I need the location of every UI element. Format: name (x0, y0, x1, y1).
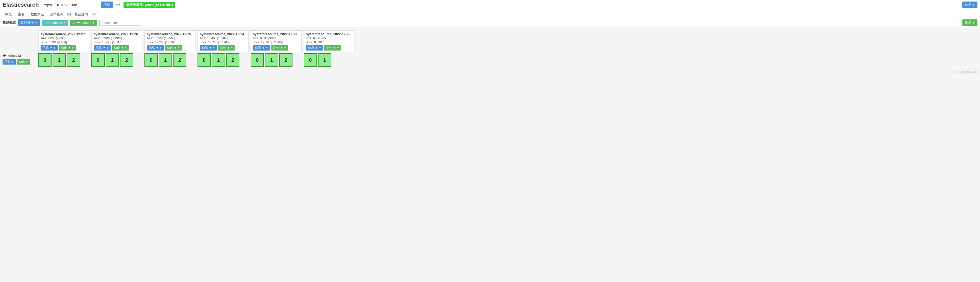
footer-text: CSDN@墨鱼浩浩风 (953, 70, 977, 73)
health-badge: 集群健康值: green (551 of 551) (124, 2, 176, 8)
node-column: ★ node233 信息 动作 (3, 30, 38, 65)
shard-row-2: 012 (145, 53, 196, 67)
index-columns: systemresource_2022-12-27size: 492ki (49… (38, 30, 356, 67)
shard-cell-3-0[interactable]: 0 (197, 53, 211, 67)
tab-index[interactable]: 索引 (15, 11, 27, 18)
index-size-5: size: 655ki (655... (306, 37, 352, 40)
index-info-btn-5[interactable]: 信息 ▼ (306, 45, 323, 51)
node-info: ★ node233 信息 动作 (3, 53, 36, 65)
index-header-3: systemresource_2022-12-24size: 1.34Mi (1… (197, 30, 248, 52)
toolbar: 集群概览 集群排序 Sort Indices View Aliases 刷新 (0, 18, 980, 28)
index-action-btn-2[interactable]: 动作 ▼ (165, 45, 182, 51)
index-size-1: size: 0.99Mi (0.99Mi) (94, 37, 140, 40)
shard-cell-1-2[interactable]: 2 (120, 53, 133, 67)
shard-cell-0-1[interactable]: 1 (52, 53, 66, 67)
index-docs-0: docs: 6,204 (6,204) (41, 41, 87, 44)
index-header-2: systemresource_2022-12-25size: 1.25Mi (1… (145, 30, 196, 52)
refresh-button[interactable]: 刷新 (963, 19, 977, 26)
node-info-button[interactable]: 信息 (3, 59, 16, 65)
cluster-name: nta (116, 3, 121, 7)
index-docs-3: docs: 17,280 (17,280) (200, 41, 246, 44)
index-actions-1: 信息 ▼动作 ▼ (94, 45, 140, 51)
shard-row-0: 012 (38, 53, 89, 67)
shard-row-4: 012 (251, 53, 302, 67)
index-column-1: systemresource_2022-12-26size: 0.99Mi (0… (91, 30, 142, 67)
index-docs-5: docs: 8,640 (8,... (306, 41, 352, 44)
info-button[interactable]: 信息 (963, 2, 977, 8)
shard-cell-4-2[interactable]: 2 (279, 53, 293, 67)
index-action-btn-4[interactable]: 动作 ▼ (271, 45, 288, 51)
index-grid: ★ node233 信息 动作 systemresource_2022-12-2… (3, 30, 977, 67)
index-info-btn-0[interactable]: 信息 ▼ (41, 45, 58, 51)
index-actions-2: 信息 ▼动作 ▼ (147, 45, 193, 51)
index-action-btn-3[interactable]: 动作 ▼ (218, 45, 235, 51)
index-name-1: systemresource_2022-12-26 (94, 32, 140, 36)
shard-row-1: 012 (91, 53, 142, 67)
index-size-0: size: 492ki (492ki) (41, 37, 87, 40)
index-name-2: systemresource_2022-12-25 (147, 32, 193, 36)
tab-overview[interactable]: 概览 (3, 11, 14, 18)
index-actions-5: 信息 ▼动作 ▼ (306, 45, 352, 51)
index-column-0: systemresource_2022-12-27size: 492ki (49… (38, 30, 89, 67)
index-filter-input[interactable] (99, 20, 140, 26)
index-name-0: systemresource_2022-12-27 (41, 32, 87, 36)
shard-cell-2-1[interactable]: 1 (159, 53, 172, 67)
cluster-sort-button[interactable]: 集群排序 (18, 19, 40, 26)
header: Elasticsearch 连接 nta 集群健康值: green (551 o… (0, 0, 980, 10)
node-header: ★ node233 (3, 53, 36, 58)
shard-cell-3-1[interactable]: 1 (212, 53, 225, 67)
index-actions-3: 信息 ▼动作 ▼ (200, 45, 246, 51)
shard-row-5: 01 (304, 53, 355, 67)
index-info-btn-2[interactable]: 信息 ▼ (147, 45, 164, 51)
tab-complex-query[interactable]: 复合查询 (72, 11, 90, 18)
node-action-button[interactable]: 动作 (17, 59, 30, 65)
index-header-0: systemresource_2022-12-27size: 492ki (49… (38, 30, 89, 52)
shard-cell-1-0[interactable]: 0 (91, 53, 105, 67)
tab-basic-query[interactable]: 基本查询 (48, 11, 66, 18)
connect-button[interactable]: 连接 (101, 2, 113, 8)
index-name-4: systemresource_2022-12-23 (253, 32, 299, 36)
server-url-input[interactable] (42, 2, 98, 8)
sort-indices-button[interactable]: Sort Indices (42, 20, 68, 26)
shard-cell-5-1[interactable]: 1 (318, 53, 331, 67)
app-logo: Elasticsearch (3, 2, 39, 8)
shard-cell-5-0[interactable]: 0 (304, 53, 317, 67)
shard-cell-2-0[interactable]: 0 (145, 53, 158, 67)
index-column-4: systemresource_2022-12-23size: 989ki (98… (251, 30, 302, 67)
node-name: node233 (8, 54, 21, 58)
index-name-5: systemresource_2022-12-22 (306, 32, 352, 36)
tab-data-browse[interactable]: 数据浏览 (28, 11, 46, 18)
index-docs-1: docs: 13,473 (13,473) (94, 41, 140, 44)
index-info-btn-4[interactable]: 信息 ▼ (253, 45, 270, 51)
index-docs-2: docs: 17,280 (17,280) (147, 41, 193, 44)
shard-row-3: 012 (197, 53, 248, 67)
shard-cell-4-0[interactable]: 0 (251, 53, 264, 67)
toolbar-title: 集群概览 (3, 21, 16, 25)
index-action-btn-0[interactable]: 动作 ▼ (59, 45, 76, 51)
index-actions-0: 信息 ▼动作 ▼ (41, 45, 87, 51)
index-name-3: systemresource_2022-12-24 (200, 32, 246, 36)
index-size-2: size: 1.25Mi (1.25Mi) (147, 37, 193, 40)
shard-cell-4-1[interactable]: 1 (265, 53, 278, 67)
index-column-5: systemresource_2022-12-22size: 655ki (65… (304, 30, 355, 67)
shard-cell-0-2[interactable]: 2 (67, 53, 80, 67)
index-action-btn-1[interactable]: 动作 ▼ (112, 45, 129, 51)
index-size-3: size: 1.34Mi (1.34Mi) (200, 37, 246, 40)
main-content: ★ node233 信息 动作 systemresource_2022-12-2… (0, 28, 980, 69)
index-size-4: size: 989ki (989ki) (253, 37, 299, 40)
tab-complex-query-add[interactable]: [+] (91, 13, 95, 16)
shard-cell-2-2[interactable]: 2 (173, 53, 186, 67)
tab-basic-query-add[interactable]: [+] (67, 13, 71, 16)
index-actions-4: 信息 ▼动作 ▼ (253, 45, 299, 51)
index-info-btn-1[interactable]: 信息 ▼ (94, 45, 111, 51)
index-action-btn-5[interactable]: 动作 ▼ (324, 45, 341, 51)
index-docs-4: docs: 12,780 (12,780) (253, 41, 299, 44)
shard-cell-0-0[interactable]: 0 (38, 53, 52, 67)
footer: CSDN@墨鱼浩浩风 (0, 69, 980, 75)
shard-cell-1-1[interactable]: 1 (106, 53, 119, 67)
shard-cell-3-2[interactable]: 2 (226, 53, 239, 67)
index-column-2: systemresource_2022-12-25size: 1.25Mi (1… (145, 30, 196, 67)
star-icon: ★ (3, 53, 6, 58)
index-info-btn-3[interactable]: 信息 ▼ (200, 45, 217, 51)
view-aliases-button[interactable]: View Aliases (70, 20, 97, 26)
